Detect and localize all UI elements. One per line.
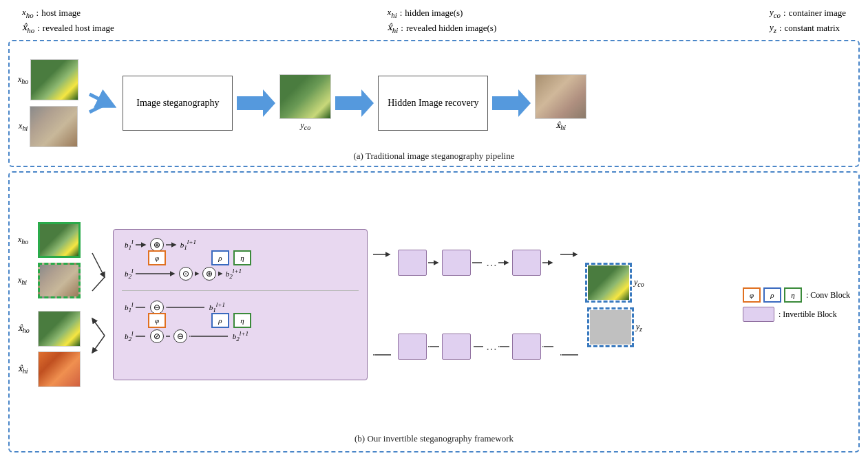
steg-box-label: Image steganography <box>136 98 219 109</box>
conv-block-examples: φ ρ η <box>743 287 802 303</box>
var-xhi-hat: x̂hi <box>387 21 398 36</box>
label-yz-b: yz <box>636 322 642 333</box>
colon-1: : <box>36 6 39 20</box>
op-plus-fwd: ⊕ <box>150 238 164 252</box>
page-container: xho : host image x̂ho : revealed host im… <box>0 0 868 458</box>
ellipsis-bwd: … <box>486 340 497 353</box>
arr-inv1 <box>428 258 441 268</box>
b1l-fwd: b1l <box>125 239 134 251</box>
img-xho-hat-b <box>38 311 81 347</box>
b1l1-bwd: b1l+1 <box>209 301 225 314</box>
svg-line-7 <box>92 318 105 336</box>
legend-xhi: xhi : hidden image(s) <box>387 6 496 21</box>
row-xhi-hat-b: x̂hi <box>18 351 81 387</box>
arrow-b1-bwd <box>136 303 148 312</box>
conv-eta-bwd: η <box>233 313 251 328</box>
var-yco: yco <box>770 6 781 21</box>
b2l1-fwd: b2l+1 <box>226 268 242 280</box>
img-yz-b <box>590 310 631 345</box>
rho-eta-fwd: ρ η <box>211 250 251 265</box>
desc-xhi: hidden image(s) <box>405 6 463 20</box>
phi-bwd: φ <box>148 313 166 328</box>
conv-phi-bwd: φ <box>148 313 166 328</box>
img-hidden-a <box>30 106 78 147</box>
fat-arrow-svg-4 <box>491 76 532 131</box>
label-yco-a: yco <box>300 120 310 131</box>
conv-rho-bwd: ρ <box>211 313 229 328</box>
label-xhi-hat-b: x̂hi <box>18 364 36 375</box>
fat-arrow-svg-3 <box>334 76 375 131</box>
arrow-steg-to-yco <box>235 76 277 131</box>
output-arrows <box>560 250 580 360</box>
fat-arrow-svg-2 <box>235 76 277 131</box>
legend-xho: xho : host image <box>22 6 114 21</box>
desc-xho-hat: revealed host image <box>43 21 114 35</box>
op-plus2-fwd: ⊕ <box>202 267 216 281</box>
chain-arrows <box>373 250 392 360</box>
desc-xho: host image <box>41 6 81 20</box>
legend-b-inv: : Invertible Block <box>743 307 850 322</box>
label-xho-hat-b: x̂ho <box>18 323 36 334</box>
svg-marker-3 <box>335 89 374 117</box>
arr-inv-b4 <box>542 342 555 351</box>
bwd-out-arrow <box>560 350 580 360</box>
inv-label: : Invertible Block <box>779 309 837 320</box>
backward-flow: b1l ⊖ b1l+1 φ <box>122 298 359 346</box>
b2l-fwd: b2l <box>125 268 134 280</box>
panel-b-content: xho xhi x̂ho x̂hi <box>18 178 850 432</box>
forward-flow: b1l ⊕ b1l+1 φ <box>122 235 359 283</box>
yco-border <box>585 263 632 303</box>
arrow-minus-bwd <box>166 303 207 312</box>
legend-eta: η <box>784 287 802 303</box>
legend-yz: yz : constant matrix <box>770 21 846 36</box>
arrow-recovery-to-out <box>491 76 532 131</box>
arr-bwd-out <box>560 350 580 360</box>
inn-block: b1l ⊕ b1l+1 φ <box>113 229 368 380</box>
panel-b: xho xhi x̂ho x̂hi <box>8 171 860 452</box>
arr-inv-b1 <box>428 342 441 351</box>
pipeline-a-inner: xho xhi <box>18 59 850 147</box>
arrow-b2-bwd <box>136 332 148 340</box>
svg-line-1 <box>89 103 107 112</box>
inv-block-2 <box>442 250 471 276</box>
legend-b: φ ρ η : Conv Block : Invertible Block <box>743 287 850 322</box>
colon-6: : <box>779 21 782 35</box>
legend-yco: yco : container image <box>770 6 846 21</box>
xhi-hat-output: x̂hi <box>535 74 586 131</box>
legend-row: xho : host image x̂ho : revealed host im… <box>8 6 860 36</box>
ellipsis-fwd: … <box>486 257 497 269</box>
legend-xho-hat: x̂ho : revealed host image <box>22 21 114 36</box>
legend-col-2: xhi : hidden image(s) x̂hi : revealed hi… <box>387 6 496 36</box>
svg-line-6 <box>92 277 105 291</box>
arrow-cdot <box>195 270 200 278</box>
inv-block-6 <box>512 334 541 360</box>
var-yz: yz <box>770 21 776 36</box>
legend-col-3: yco : container image yz : constant matr… <box>770 6 846 36</box>
caption-a: (a) Traditional image steganography pipe… <box>10 149 858 163</box>
b1l-bwd: b1l <box>125 301 134 314</box>
forward-row1: b1l ⊕ b1l+1 <box>125 238 196 252</box>
svg-line-0 <box>89 94 107 103</box>
legend-rho: ρ <box>763 287 781 303</box>
recovery-box: Hidden Image recovery <box>378 76 488 131</box>
row-xho-hat-b: x̂ho <box>18 311 81 347</box>
inv-block-4 <box>398 334 427 360</box>
legend-col-1: xho : host image x̂ho : revealed host im… <box>22 6 114 36</box>
yco-row: yco <box>585 263 644 303</box>
arr-inv3 <box>498 258 511 268</box>
arrow-b1 <box>136 241 148 249</box>
caption-b: (b) Our invertible steganography framewo… <box>18 432 850 446</box>
conv-phi-fwd: φ <box>148 250 166 265</box>
svg-line-8 <box>92 336 105 353</box>
label-yco-b: yco <box>634 277 644 288</box>
desc-xhi-hat: revealed hidden image(s) <box>406 21 496 35</box>
op-minus-bwd: ⊖ <box>150 301 164 314</box>
merge-split-svg <box>89 236 110 373</box>
arr-inv4 <box>542 258 555 268</box>
inv-block-3 <box>512 250 541 276</box>
img-xhi-hat-a <box>535 74 586 119</box>
img-xho-b <box>38 222 81 258</box>
arrow-minus2-bwd <box>189 332 231 340</box>
conv-label: : Conv Block <box>806 290 850 301</box>
steg-box: Image steganography <box>123 76 233 131</box>
